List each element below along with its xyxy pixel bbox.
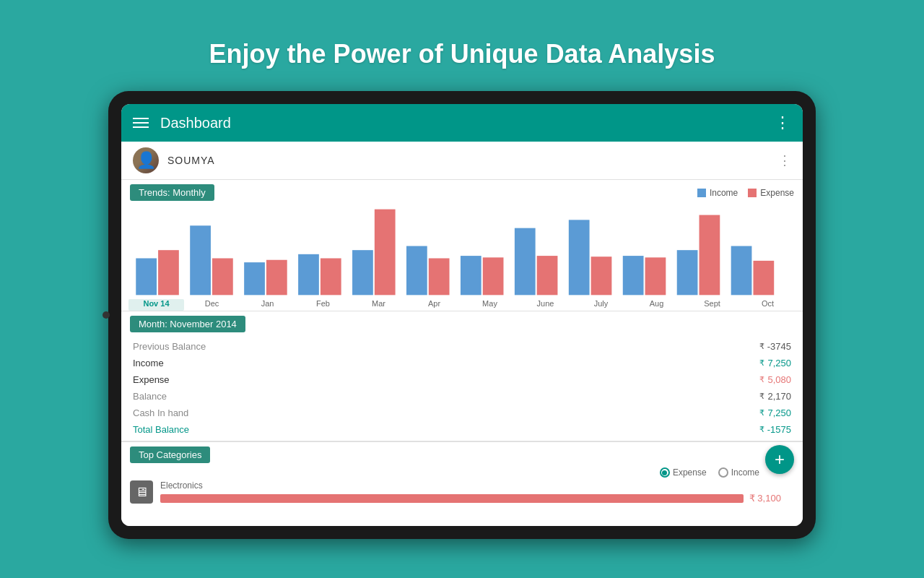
month-label[interactable]: Feb bbox=[295, 299, 351, 311]
categories-section: Top Categories + Expense Income 🖥 Electr… bbox=[121, 441, 803, 526]
monthly-row-value: ₹ 7,250 bbox=[759, 407, 791, 418]
month-label[interactable]: June bbox=[518, 299, 573, 311]
more-options-icon[interactable]: ⋮ bbox=[775, 113, 791, 132]
avatar bbox=[133, 147, 159, 173]
chart-area bbox=[121, 205, 803, 299]
trends-legend: Income Expense bbox=[697, 188, 794, 198]
expense-radio[interactable]: Expense bbox=[660, 467, 707, 478]
month-label[interactable]: Nov 14 bbox=[128, 299, 184, 311]
svg-rect-22 bbox=[731, 246, 752, 296]
trends-section: Trends: Monthly Income Expense bbox=[121, 180, 803, 311]
svg-rect-18 bbox=[623, 256, 644, 295]
monthly-row-label: Total Balance bbox=[133, 424, 189, 435]
svg-rect-6 bbox=[298, 254, 319, 296]
categories-list: 🖥 Electronics ₹ 3,100 bbox=[121, 478, 803, 506]
income-radio-label: Income bbox=[731, 467, 759, 478]
toolbar-title: Dashboard bbox=[160, 115, 775, 131]
expense-legend-dot bbox=[748, 189, 757, 197]
category-item: 🖥 Electronics ₹ 3,100 bbox=[121, 478, 803, 506]
monthly-row-label: Balance bbox=[133, 391, 167, 402]
svg-rect-2 bbox=[190, 225, 211, 295]
svg-rect-9 bbox=[375, 210, 396, 296]
month-label[interactable]: Mar bbox=[351, 299, 406, 311]
monthly-row: Income₹ 7,250 bbox=[133, 355, 791, 371]
monthly-row-value: ₹ 5,080 bbox=[759, 374, 791, 385]
monthly-row-value: ₹ 2,170 bbox=[759, 391, 791, 402]
category-icon: 🖥 bbox=[130, 480, 153, 504]
svg-rect-12 bbox=[461, 256, 481, 295]
menu-icon[interactable] bbox=[133, 118, 149, 128]
categories-label: Top Categories bbox=[130, 447, 210, 463]
toolbar: Dashboard ⋮ bbox=[121, 104, 803, 142]
page-title: Enjoy the Power of Unique Data Analysis bbox=[209, 39, 715, 69]
monthly-row: Balance₹ 2,170 bbox=[133, 388, 791, 405]
svg-rect-15 bbox=[537, 256, 558, 295]
svg-rect-3 bbox=[212, 258, 233, 295]
monthly-row: Previous Balance₹ -3745 bbox=[133, 338, 791, 355]
user-name: SOUMYA bbox=[167, 155, 778, 166]
svg-rect-10 bbox=[406, 246, 427, 296]
month-label[interactable]: Jan bbox=[240, 299, 295, 311]
income-radio[interactable]: Income bbox=[718, 467, 759, 478]
category-value: ₹ 3,100 bbox=[749, 493, 781, 504]
month-label[interactable]: Oct bbox=[740, 299, 796, 311]
tablet-screen: Dashboard ⋮ SOUMYA ⋮ Trends: Monthly Inc… bbox=[121, 104, 803, 526]
monthly-section: Month: November 2014 Previous Balance₹ -… bbox=[121, 311, 803, 441]
monthly-row-value: ₹ 7,250 bbox=[759, 358, 791, 368]
month-label[interactable]: Sept bbox=[684, 299, 740, 311]
monthly-row-label: Income bbox=[133, 358, 164, 368]
svg-rect-16 bbox=[569, 220, 590, 295]
svg-rect-21 bbox=[699, 215, 720, 296]
category-bar-section: Electronics ₹ 3,100 bbox=[160, 480, 794, 504]
user-more-icon[interactable]: ⋮ bbox=[778, 152, 791, 168]
svg-rect-4 bbox=[244, 262, 265, 295]
category-bar bbox=[160, 494, 744, 503]
user-row: SOUMYA ⋮ bbox=[121, 142, 803, 180]
monthly-row: Expense₹ 5,080 bbox=[133, 371, 791, 388]
svg-rect-7 bbox=[321, 258, 341, 295]
svg-rect-20 bbox=[677, 250, 698, 295]
svg-rect-17 bbox=[591, 256, 612, 295]
expense-legend-label: Expense bbox=[760, 188, 794, 198]
monthly-row: Total Balance₹ -1575 bbox=[133, 421, 791, 438]
svg-rect-23 bbox=[753, 261, 774, 295]
svg-rect-19 bbox=[645, 257, 666, 295]
monthly-row-label: Previous Balance bbox=[133, 341, 206, 352]
income-legend-label: Income bbox=[710, 188, 738, 198]
trends-label: Trends: Monthly bbox=[130, 184, 214, 201]
svg-rect-13 bbox=[483, 257, 504, 295]
svg-rect-1 bbox=[158, 250, 179, 295]
category-name: Electronics bbox=[160, 480, 794, 491]
svg-rect-0 bbox=[136, 258, 157, 295]
tablet-frame: Dashboard ⋮ SOUMYA ⋮ Trends: Monthly Inc… bbox=[108, 91, 816, 539]
monthly-row: Cash In hand₹ 7,250 bbox=[133, 405, 791, 421]
income-legend-dot bbox=[697, 189, 706, 197]
expense-radio-label: Expense bbox=[673, 467, 707, 478]
monthly-row-value: ₹ -3745 bbox=[759, 341, 791, 352]
monthly-row-label: Cash In hand bbox=[133, 407, 188, 418]
monthly-label: Month: November 2014 bbox=[130, 316, 245, 332]
categories-radio-group: Expense Income bbox=[121, 467, 803, 478]
month-label[interactable]: Aug bbox=[629, 299, 684, 311]
month-label[interactable]: May bbox=[462, 299, 518, 311]
month-label[interactable]: Apr bbox=[406, 299, 462, 311]
month-labels-row: Nov 14DecJanFebMarAprMayJuneJulyAugSeptO… bbox=[121, 299, 803, 311]
fab-button[interactable]: + bbox=[765, 445, 794, 474]
monthly-row-value: ₹ -1575 bbox=[759, 424, 791, 435]
svg-rect-8 bbox=[352, 250, 373, 295]
monthly-rows: Previous Balance₹ -3745Income₹ 7,250Expe… bbox=[121, 337, 803, 441]
svg-rect-5 bbox=[266, 260, 287, 296]
svg-rect-14 bbox=[515, 228, 536, 296]
month-label[interactable]: Dec bbox=[184, 299, 240, 311]
svg-rect-11 bbox=[429, 258, 450, 295]
monthly-row-label: Expense bbox=[133, 374, 170, 385]
month-label[interactable]: July bbox=[573, 299, 629, 311]
